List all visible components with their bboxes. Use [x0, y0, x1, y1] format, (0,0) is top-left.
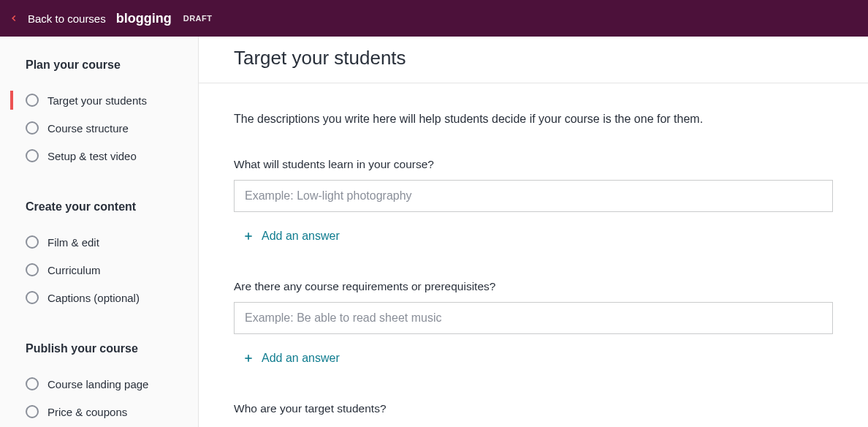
sidebar-item-landing-page[interactable]: Course landing page	[0, 370, 198, 398]
question-label: Are there any course requirements or pre…	[234, 280, 833, 293]
back-to-courses-link[interactable]: Back to courses	[28, 12, 106, 25]
sidebar-item-label: Film & edit	[47, 236, 99, 249]
sidebar-item-label: Target your students	[47, 94, 147, 107]
circle-icon	[26, 377, 39, 390]
circle-icon	[26, 94, 39, 107]
circle-icon	[26, 263, 39, 276]
question-label: Who are your target students?	[234, 402, 833, 415]
sidebar-item-label: Price & coupons	[47, 406, 127, 418]
sidebar-item-price-coupons[interactable]: Price & coupons	[0, 398, 198, 426]
question-block-target-students: Who are your target students?	[234, 402, 833, 415]
main-content: Target your students The descriptions yo…	[199, 37, 868, 427]
intro-text: The descriptions you write here will hel…	[234, 113, 833, 126]
status-badge: DRAFT	[183, 14, 213, 23]
sidebar-item-course-structure[interactable]: Course structure	[0, 114, 198, 142]
circle-icon	[26, 291, 39, 304]
page-title: Target your students	[234, 47, 833, 69]
question-block-requirements: Are there any course requirements or pre…	[234, 280, 833, 367]
sidebar-item-label: Setup & test video	[47, 150, 137, 162]
question-label: What will students learn in your course?	[234, 158, 833, 171]
sidebar-item-label: Course landing page	[47, 378, 148, 390]
sidebar-item-captions[interactable]: Captions (optional)	[0, 284, 198, 311]
top-bar: Back to courses blogging DRAFT	[0, 0, 868, 37]
plus-icon	[243, 230, 254, 242]
add-answer-label: Add an answer	[262, 352, 340, 365]
sidebar-section-title: Create your content	[0, 200, 198, 228]
page-header: Target your students	[199, 37, 868, 83]
circle-icon	[26, 405, 39, 418]
sidebar-item-label: Curriculum	[47, 264, 101, 276]
plus-icon	[243, 352, 254, 364]
circle-icon	[26, 149, 39, 162]
sidebar-item-setup-test-video[interactable]: Setup & test video	[0, 142, 198, 170]
sidebar-item-film-edit[interactable]: Film & edit	[0, 228, 198, 256]
chevron-left-icon[interactable]	[9, 13, 19, 23]
add-answer-label: Add an answer	[262, 230, 340, 243]
add-answer-button[interactable]: Add an answer	[234, 230, 340, 243]
question-block-learn: What will students learn in your course?…	[234, 158, 833, 245]
sidebar-section-title: Plan your course	[0, 58, 198, 86]
circle-icon	[26, 121, 39, 135]
sidebar: Plan your course Target your students Co…	[0, 37, 199, 427]
course-name: blogging	[116, 11, 172, 26]
sidebar-section-title: Publish your course	[0, 342, 198, 370]
requirements-input[interactable]	[234, 302, 833, 334]
learn-input[interactable]	[234, 180, 833, 212]
sidebar-item-target-students[interactable]: Target your students	[0, 86, 198, 114]
circle-icon	[26, 235, 39, 249]
sidebar-item-label: Captions (optional)	[47, 292, 140, 304]
sidebar-item-curriculum[interactable]: Curriculum	[0, 256, 198, 284]
add-answer-button[interactable]: Add an answer	[234, 352, 340, 365]
sidebar-item-label: Course structure	[47, 122, 129, 135]
